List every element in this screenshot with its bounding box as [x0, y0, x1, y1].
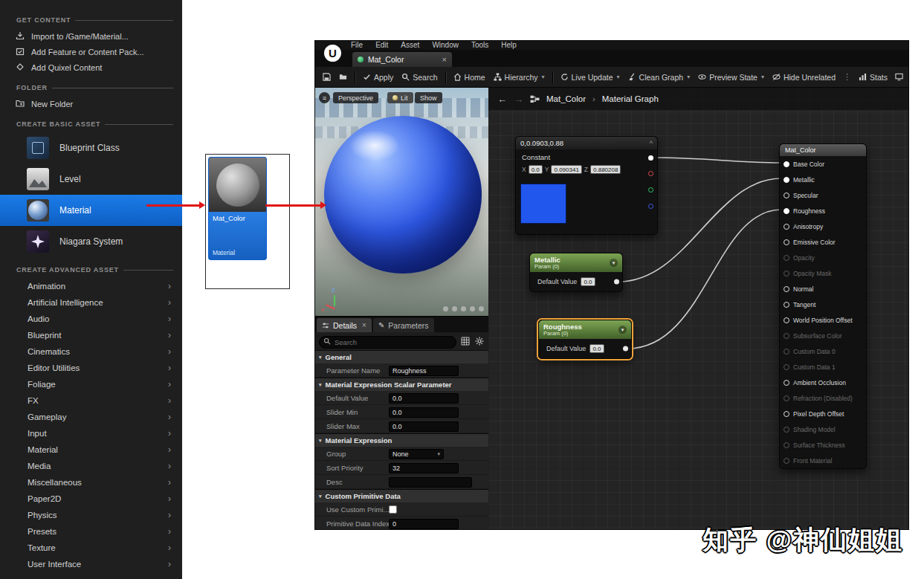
- output-pin[interactable]: [614, 279, 619, 285]
- tab-parameters[interactable]: ✎ Parameters: [373, 318, 434, 332]
- advanced-asset-user-interface[interactable]: User Interface›: [0, 556, 182, 572]
- pin-subsurface-color[interactable]: Subsurface Color: [780, 328, 866, 343]
- pin-base-color[interactable]: Base Color: [780, 156, 866, 172]
- roughness-node-header[interactable]: Roughness Param (0) ▾: [539, 320, 631, 339]
- use-custom-primitive-checkbox[interactable]: [389, 505, 397, 514]
- viewport-menu-button[interactable]: ≡: [319, 92, 330, 103]
- sort-priority-input[interactable]: [389, 463, 459, 473]
- preview-mesh-plane-button[interactable]: [460, 305, 467, 312]
- menu-item-add-feature[interactable]: Add Feature or Content Pack...: [0, 44, 182, 59]
- output-pin-r[interactable]: [648, 171, 653, 176]
- menu-item-import[interactable]: Import to /Game/Material...: [0, 28, 182, 44]
- pin-front-material[interactable]: Front Material: [780, 453, 866, 468]
- details-search-input[interactable]: [319, 336, 456, 349]
- forward-icon[interactable]: →: [514, 94, 523, 105]
- pin-world-position-offset[interactable]: World Position Offset: [780, 312, 866, 328]
- menu-asset[interactable]: Asset: [401, 42, 419, 49]
- metallic-default-value[interactable]: 0.0: [581, 277, 595, 286]
- advanced-asset-presets[interactable]: Presets›: [0, 523, 182, 540]
- roughness-default-value[interactable]: 0.0: [589, 344, 604, 353]
- pin-shading-model[interactable]: Shading Model: [780, 421, 866, 437]
- perspective-button[interactable]: Perspective: [333, 92, 378, 103]
- category-material-expression[interactable]: ▾Material Expression: [315, 433, 488, 447]
- preview-mesh-custom-button[interactable]: [478, 305, 485, 312]
- menu-help[interactable]: Help: [501, 42, 517, 49]
- pin-refraction[interactable]: Refraction (Disabled): [780, 390, 866, 406]
- home-button[interactable]: Home: [450, 69, 489, 85]
- back-icon[interactable]: ←: [497, 94, 507, 105]
- hierarchy-button[interactable]: Hierarchy▾: [490, 69, 549, 85]
- advanced-asset-audio[interactable]: Audio›: [0, 311, 182, 327]
- pin-anisotropy[interactable]: Anisotropy: [780, 219, 866, 234]
- constant-node-header[interactable]: 0,0.0903,0.88 ^: [516, 137, 657, 149]
- output-pin[interactable]: [623, 346, 628, 352]
- color-swatch[interactable]: [520, 184, 566, 224]
- close-icon[interactable]: ×: [442, 55, 447, 64]
- result-node-header[interactable]: Mat_Color: [780, 144, 866, 156]
- kebab-menu-icon[interactable]: ⋮: [840, 72, 854, 82]
- advanced-asset-fx[interactable]: FX›: [0, 392, 182, 409]
- apply-button[interactable]: Apply: [359, 69, 397, 85]
- advanced-asset-cinematics[interactable]: Cinematics›: [0, 343, 182, 360]
- browse-to-asset-button[interactable]: [335, 69, 351, 85]
- pin-roughness[interactable]: Roughness: [780, 203, 866, 219]
- material-graph-canvas[interactable]: 0,0.0903,0.88 ^ Constant X 0.0 Y 0.09034…: [488, 88, 908, 529]
- advanced-asset-physics[interactable]: Physics›: [0, 507, 182, 523]
- preview-viewport[interactable]: ≡ Perspective Lit Show Z x: [315, 88, 488, 316]
- pin-opacity[interactable]: Opacity: [780, 250, 866, 265]
- filter-grid-icon[interactable]: [460, 336, 471, 346]
- menu-file[interactable]: File: [351, 42, 363, 49]
- tab-mat-color[interactable]: Mat_Color ×: [352, 52, 452, 67]
- advanced-asset-artificial-intelligence[interactable]: Artificial Intelligence›: [0, 294, 182, 311]
- roughness-param-node[interactable]: Roughness Param (0) ▾ Default Value 0.0: [538, 320, 632, 359]
- parameter-name-input[interactable]: [389, 366, 459, 376]
- pin-opacity-mask[interactable]: Opacity Mask: [780, 265, 866, 281]
- menu-edit[interactable]: Edit: [375, 42, 388, 49]
- basic-asset-blueprint-class[interactable]: Blueprint Class: [0, 132, 182, 164]
- pin-custom-data-1[interactable]: Custom Data 1: [780, 359, 866, 375]
- material-result-node[interactable]: Mat_Color Base Color Metallic Specular R…: [779, 143, 867, 469]
- advanced-asset-input[interactable]: Input›: [0, 425, 182, 441]
- menu-item-add-quixel[interactable]: Add Quixel Content: [0, 59, 182, 75]
- advanced-asset-media[interactable]: Media›: [0, 458, 182, 474]
- breadcrumb-asset[interactable]: Mat_Color: [546, 94, 586, 103]
- pin-normal[interactable]: Normal: [780, 281, 866, 297]
- group-select[interactable]: None▾: [389, 449, 444, 459]
- pin-metallic[interactable]: Metallic: [780, 172, 866, 187]
- advanced-asset-foliage[interactable]: Foliage›: [0, 376, 182, 392]
- lit-button[interactable]: Lit: [387, 92, 413, 103]
- advanced-asset-editor-utilities[interactable]: Editor Utilities›: [0, 360, 182, 376]
- pin-pixel-depth-offset[interactable]: Pixel Depth Offset: [780, 406, 866, 421]
- advanced-asset-material[interactable]: Material›: [0, 441, 182, 458]
- primitive-data-index-input[interactable]: [389, 519, 459, 529]
- pin-custom-data-0[interactable]: Custom Data 0: [780, 343, 866, 359]
- collapse-icon[interactable]: ^: [650, 140, 653, 147]
- advanced-asset-texture[interactable]: Texture›: [0, 540, 182, 556]
- basic-asset-level[interactable]: Level: [0, 164, 182, 195]
- advanced-asset-blueprint[interactable]: Blueprint›: [0, 327, 182, 343]
- platform-stats-button[interactable]: [891, 69, 907, 85]
- advanced-asset-paper2d[interactable]: Paper2D›: [0, 491, 182, 507]
- gear-icon[interactable]: [474, 336, 485, 346]
- category-custom-primitive-data[interactable]: ▾Custom Primitive Data: [315, 489, 488, 502]
- default-value-input[interactable]: [389, 393, 459, 404]
- metallic-node-header[interactable]: Metallic Param (0) ▾: [530, 253, 622, 272]
- pin-tangent[interactable]: Tangent: [780, 297, 866, 312]
- preview-mesh-sphere-button[interactable]: [451, 305, 458, 312]
- pin-ambient-occlusion[interactable]: Ambient Occlusion: [780, 375, 866, 390]
- chevron-down-icon[interactable]: ▾: [610, 259, 618, 267]
- constant-x-value[interactable]: 0.0: [529, 165, 543, 174]
- chevron-down-icon[interactable]: ▾: [618, 326, 627, 334]
- menu-item-new-folder[interactable]: New Folder: [0, 96, 182, 111]
- pin-surface-thickness[interactable]: Surface Thickness: [780, 437, 866, 453]
- close-icon[interactable]: ×: [362, 321, 366, 329]
- basic-asset-material[interactable]: Material: [0, 195, 182, 226]
- preview-state-button[interactable]: Preview State▾: [694, 69, 768, 85]
- breadcrumb-material-graph[interactable]: Material Graph: [602, 94, 659, 103]
- tab-details[interactable]: Details ×: [317, 318, 372, 332]
- slider-min-input[interactable]: [389, 407, 459, 418]
- preview-mesh-cube-button[interactable]: [469, 305, 476, 312]
- output-pin-b[interactable]: [648, 204, 653, 209]
- advanced-asset-miscellaneous[interactable]: Miscellaneous›: [0, 474, 182, 491]
- stats-button[interactable]: Stats: [855, 69, 891, 85]
